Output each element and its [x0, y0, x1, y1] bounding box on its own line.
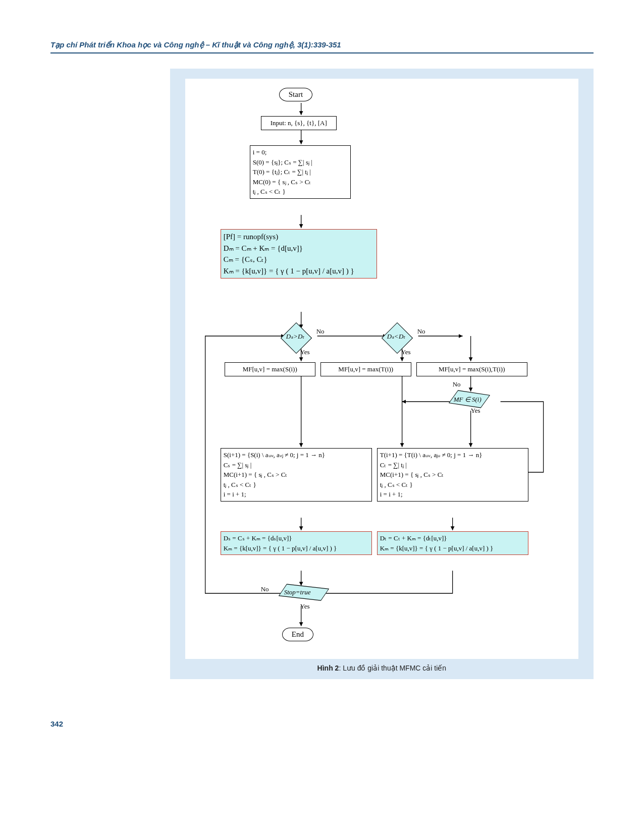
figure-container: Start Input: n, {s}, {t}, [A] i = 0; S(0…: [170, 69, 594, 679]
mf-st-node: MF[u,v] = max(S(i),T(i)): [416, 362, 527, 376]
caption-label: Hình 2: [317, 664, 339, 672]
yes-label-2: Yes: [401, 348, 411, 356]
caption-text: : Lưu đồ giải thuật MFMC cải tiến: [339, 664, 446, 672]
journal-header: Tạp chí Phát triển Khoa học và Công nghệ…: [50, 40, 594, 53]
end-terminator: End: [282, 628, 313, 641]
ds-box-node: Dₛ = Cₛ + Kₘ = {dₛ[u,v]} Kₘ = {k[u,v]} =…: [221, 531, 372, 555]
figure-caption: Hình 2: Lưu đồ giải thuật MFMC cải tiến: [185, 664, 578, 672]
dec-mf-in-s-label: MF ∈ S(i): [454, 396, 481, 404]
no-label-4: No: [261, 585, 269, 593]
mf-s-node: MF[u,v] = max(S(i)): [225, 362, 315, 376]
no-label-2: No: [417, 327, 425, 336]
init-node: i = 0; S(0) = {sⱼ}; Cₛ = ∑| sⱼ | T(0) = …: [250, 145, 351, 199]
dec-ds-lt-dt-label: Dₛ<Dₜ: [387, 332, 406, 341]
dec-stop-label: Stop=true: [284, 588, 311, 596]
start-terminator: Start: [279, 88, 312, 101]
no-label-1: No: [316, 327, 325, 336]
update-s-node: S(i+1) = {S(i) \ aᵤᵥ, aᵥⱼ ≠ 0; j = 1 → n…: [221, 448, 372, 502]
runopf-node: [Pf] = runopf(sys) Dₘ = Cₘ + Kₘ = {d[u,v…: [221, 229, 377, 279]
yes-label-3: Yes: [471, 407, 480, 415]
no-label-3: No: [453, 380, 461, 389]
flowchart: Start Input: n, {s}, {t}, [A] i = 0; S(0…: [185, 79, 578, 659]
yes-label-1: Yes: [300, 348, 310, 356]
input-node: Input: n, {s}, {t}, [A]: [261, 116, 337, 130]
update-t-node: T(i+1) = {T(i) \ aᵤᵥ, aⱼᵤ ≠ 0; j = 1 → n…: [377, 448, 528, 502]
page-number: 342: [50, 719, 594, 728]
dt-box-node: Dₜ = Cₜ + Kₘ = {dₜ[u,v]} Kₘ = {k[u,v]} =…: [377, 531, 528, 555]
yes-label-4: Yes: [300, 602, 310, 611]
dec-ds-gt-dt-label: Dₛ>Dₜ: [286, 332, 305, 341]
mf-t-node: MF[u,v] = max(T(i)): [320, 362, 411, 376]
